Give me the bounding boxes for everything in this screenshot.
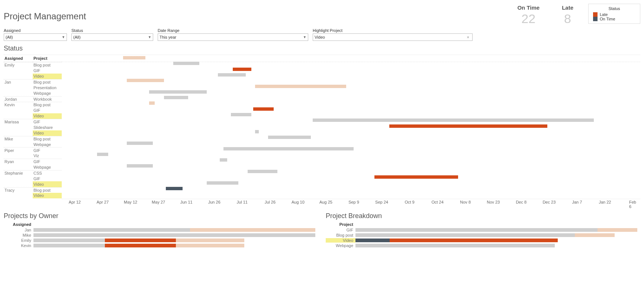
stacked-bar-segment[interactable] — [355, 244, 555, 247]
project-breakdown-chart[interactable]: Project Breakdown Project GIFBlog postVi… — [326, 208, 640, 248]
stacked-bar-row[interactable]: GIF — [326, 227, 640, 233]
gantt-project-cell: Blog post — [33, 187, 62, 193]
gantt-bar[interactable] — [220, 158, 227, 162]
stacked-bar-segment[interactable] — [33, 244, 105, 247]
filter-assigned-value: (All) — [6, 35, 13, 39]
stacked-bar-segment[interactable] — [105, 244, 176, 247]
legend-label: Late — [600, 12, 608, 17]
gantt-assigned-cell — [4, 164, 33, 170]
stacked-bar-segment[interactable] — [355, 233, 575, 237]
gantt-bar[interactable] — [313, 119, 593, 122]
stacked-bar-label: Emily — [4, 238, 33, 243]
axis-tick: Aug 10 — [292, 200, 305, 204]
axis-tick: Jul 26 — [265, 200, 276, 204]
axis-tick: Oct 9 — [405, 200, 414, 204]
filter-status-dropdown[interactable]: (All) ▼ — [71, 33, 153, 41]
axis-tick: Aug 25 — [319, 200, 332, 204]
swatch-on-time — [593, 17, 598, 21]
stacked-bar-segment[interactable] — [33, 233, 315, 237]
stacked-bar-row[interactable]: Video — [326, 238, 640, 243]
clear-icon[interactable]: × — [466, 35, 471, 39]
stacked-bar-segment[interactable] — [598, 228, 637, 232]
filter-date-range-dropdown[interactable]: This year ▼ — [158, 33, 308, 41]
filter-highlight-value: Video — [315, 35, 325, 39]
gantt-bar[interactable] — [389, 124, 547, 128]
gantt-project-cell: Video — [33, 113, 62, 119]
projects-by-owner-chart[interactable]: Projects by Owner Assigned JanMikeEmilyK… — [4, 208, 318, 248]
kpi-late-value: 8 — [562, 12, 573, 26]
gantt-assigned-cell — [4, 176, 33, 181]
gantt-bar[interactable] — [223, 147, 354, 150]
stacked-bar-row[interactable]: Jan — [4, 227, 318, 233]
gantt-project-cell: Video — [33, 181, 62, 187]
filter-assigned-dropdown[interactable]: (All) ▼ — [4, 33, 67, 41]
filter-date-range-value: This year — [160, 35, 176, 39]
stacked-bar-segment[interactable] — [575, 233, 615, 237]
stacked-bar-row[interactable]: Mike — [4, 233, 318, 238]
gantt-bar[interactable] — [166, 187, 183, 190]
gantt-bar[interactable] — [218, 73, 246, 77]
gantt-bar[interactable] — [149, 90, 207, 94]
stacked-bar-segment[interactable] — [190, 228, 315, 232]
axis-tick: Nov 23 — [487, 200, 500, 204]
gantt-bar[interactable] — [255, 85, 346, 88]
gantt-project-cell: Video — [33, 130, 62, 136]
gantt-assigned-cell: Jan — [4, 79, 33, 85]
gantt-bar[interactable] — [231, 113, 251, 116]
gantt-bar[interactable] — [253, 107, 274, 111]
stacked-bar-segment[interactable] — [33, 239, 105, 242]
gantt-assigned-cell — [4, 193, 33, 198]
gantt-bar[interactable] — [173, 62, 199, 65]
gantt-assigned-cell: Emily — [4, 62, 33, 68]
status-legend: Status Late On Time — [588, 4, 640, 24]
gantt-assigned-cell: Stephanie — [4, 170, 33, 176]
stacked-bar-segment[interactable] — [390, 239, 558, 242]
gantt-bar[interactable] — [149, 101, 155, 105]
gantt-bar[interactable] — [255, 130, 259, 133]
axis-tick: May 27 — [152, 200, 165, 204]
gantt-assigned-cell: Ryan — [4, 159, 33, 164]
stacked-bar-row[interactable]: Emily — [4, 238, 318, 243]
filter-highlight-input[interactable]: Video × — [313, 33, 473, 41]
stacked-bar-segment[interactable] — [176, 244, 244, 247]
stacked-bar-segment[interactable] — [176, 239, 244, 242]
gantt-project-cell: GIF — [33, 176, 62, 181]
gantt-bar[interactable] — [127, 164, 153, 168]
gantt-bar[interactable] — [374, 175, 458, 179]
gantt-bar[interactable] — [248, 170, 277, 173]
gantt-bar[interactable] — [97, 153, 108, 156]
stacked-bar-row[interactable]: Kevin — [4, 243, 318, 248]
stacked-bar-label: Jan — [4, 228, 33, 232]
gantt-bar[interactable] — [233, 68, 251, 71]
stacked-bar-row[interactable]: Webpage — [326, 243, 640, 248]
legend-item-on-time[interactable]: On Time — [593, 17, 635, 21]
project-breakdown-header: Project — [326, 222, 355, 227]
axis-tick: Feb 6 — [629, 200, 637, 209]
gantt-project-cell: Webpage — [33, 164, 62, 170]
kpi-late-label: Late — [562, 4, 573, 11]
filter-status-label: Status — [71, 28, 153, 33]
stacked-bar-row[interactable]: Blog post — [326, 233, 640, 238]
gantt-bar[interactable] — [207, 181, 238, 185]
gantt-bar[interactable] — [123, 56, 145, 59]
gantt-bar[interactable] — [164, 96, 188, 99]
axis-tick: May 12 — [124, 200, 137, 204]
stacked-bar-label: Mike — [4, 233, 33, 237]
stacked-bar-segment[interactable] — [355, 239, 390, 242]
gantt-bar[interactable] — [127, 142, 153, 145]
stacked-bar-segment[interactable] — [105, 239, 176, 242]
gantt-assigned-cell: Jordan — [4, 96, 33, 102]
gantt-project-cell: Blog post — [33, 136, 62, 142]
axis-tick: Sep 24 — [375, 200, 388, 204]
legend-item-late[interactable]: Late — [593, 12, 635, 17]
gantt-header-project: Project — [33, 55, 62, 62]
gantt-assigned-cell — [4, 107, 33, 113]
gantt-bar[interactable] — [268, 136, 311, 139]
axis-tick: Apr 27 — [97, 200, 109, 204]
filter-date-range-label: Date Range — [158, 28, 308, 33]
stacked-bar-segment[interactable] — [33, 228, 190, 232]
gantt-bar[interactable] — [127, 79, 164, 82]
gantt-chart[interactable]: Assigned EmilyJanJordanKevinMarissaMikeP… — [4, 55, 640, 205]
stacked-bar-segment[interactable] — [355, 228, 598, 232]
gantt-assigned-cell — [4, 181, 33, 187]
